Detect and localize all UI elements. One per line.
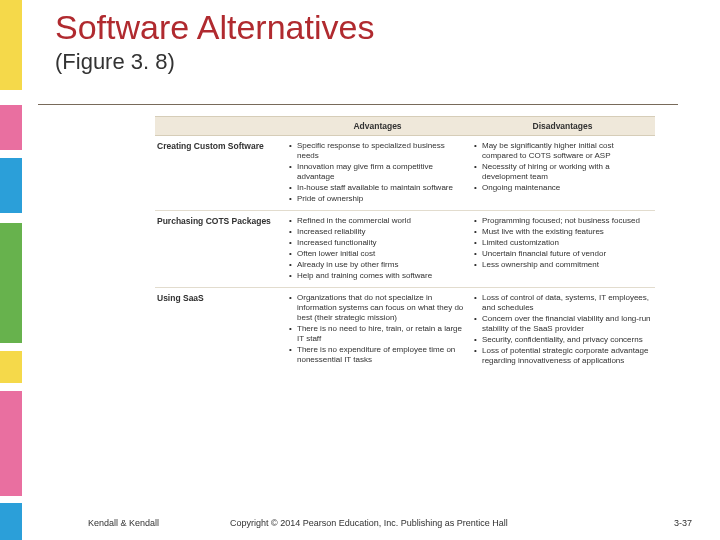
table-row: Using SaaSOrganizations that do not spec… (155, 288, 655, 372)
list-item: Pride of ownership (289, 194, 466, 204)
list-item: Specific response to specialized busines… (289, 141, 466, 161)
disadvantages-cell: Programming focused; not business focuse… (470, 211, 655, 287)
slide-subtitle: (Figure 3. 8) (55, 49, 374, 75)
copyright: Copyright © 2014 Pearson Education, Inc.… (230, 518, 508, 528)
list-item: Often lower initial cost (289, 249, 466, 259)
list-item: Less ownership and commitment (474, 260, 651, 270)
table-header: Advantages Disadvantages (155, 116, 655, 136)
table-row: Creating Custom SoftwareSpecific respons… (155, 136, 655, 211)
list-item: Security, confidentiality, and privacy c… (474, 335, 651, 345)
col-disadvantages: Disadvantages (470, 117, 655, 135)
list-item: Help and training comes with software (289, 271, 466, 281)
authors: Kendall & Kendall (88, 518, 159, 528)
list-item: Ongoing maintenance (474, 183, 651, 193)
list-item: Loss of potential strategic corporate ad… (474, 346, 651, 366)
comparison-table: Advantages Disadvantages Creating Custom… (155, 116, 655, 372)
list-item: Must live with the existing features (474, 227, 651, 237)
header: Software Alternatives (Figure 3. 8) (55, 8, 374, 75)
list-item: There is no need to hire, train, or reta… (289, 324, 466, 344)
list-item: Innovation may give firm a competitive a… (289, 162, 466, 182)
list-item: May be significantly higher initial cost… (474, 141, 651, 161)
advantages-cell: Refined in the commercial worldIncreased… (285, 211, 470, 287)
table-row: Purchasing COTS PackagesRefined in the c… (155, 211, 655, 288)
slide-title: Software Alternatives (55, 8, 374, 47)
list-item: Organizations that do not specialize in … (289, 293, 466, 323)
col-advantages: Advantages (285, 117, 470, 135)
disadvantages-cell: Loss of control of data, systems, IT emp… (470, 288, 655, 372)
list-item: Concern over the financial viability and… (474, 314, 651, 334)
list-item: Necessity of hiring or working with a de… (474, 162, 651, 182)
row-label: Purchasing COTS Packages (155, 211, 285, 287)
list-item: Limited customization (474, 238, 651, 248)
decorative-sidebar (0, 0, 22, 540)
list-item: There is no expenditure of employee time… (289, 345, 466, 365)
list-item: Increased functionality (289, 238, 466, 248)
page-number: 3-37 (674, 518, 692, 528)
list-item: Loss of control of data, systems, IT emp… (474, 293, 651, 313)
advantages-cell: Specific response to specialized busines… (285, 136, 470, 210)
advantages-cell: Organizations that do not specialize in … (285, 288, 470, 372)
list-item: Increased reliability (289, 227, 466, 237)
list-item: Already in use by other firms (289, 260, 466, 270)
list-item: Programming focused; not business focuse… (474, 216, 651, 226)
list-item: In-house staff available to maintain sof… (289, 183, 466, 193)
divider (38, 104, 678, 105)
list-item: Uncertain financial future of vendor (474, 249, 651, 259)
list-item: Refined in the commercial world (289, 216, 466, 226)
row-label: Creating Custom Software (155, 136, 285, 210)
row-label: Using SaaS (155, 288, 285, 372)
col-blank (155, 117, 285, 135)
disadvantages-cell: May be significantly higher initial cost… (470, 136, 655, 210)
